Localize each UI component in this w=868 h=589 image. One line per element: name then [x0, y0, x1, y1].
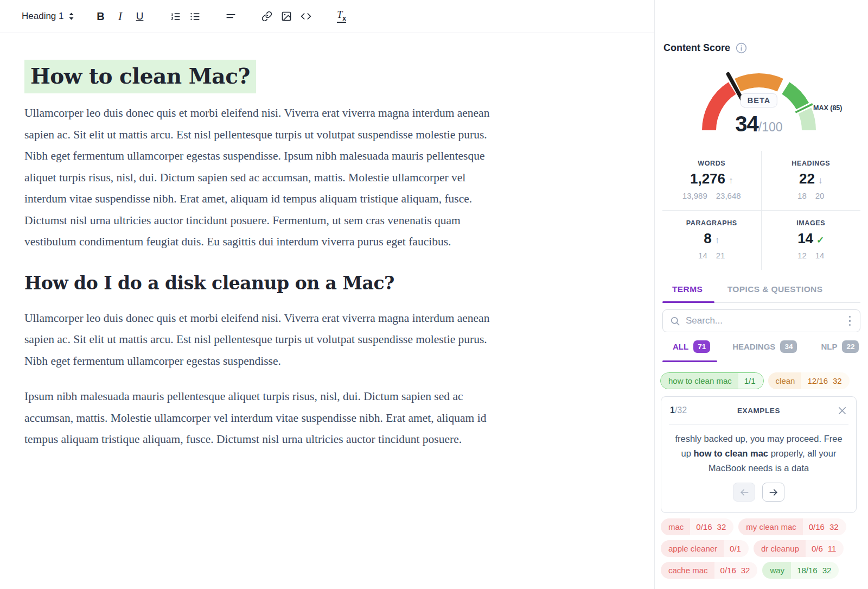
beta-badge: BETA: [741, 93, 777, 107]
stat-paragraphs-value: 8: [704, 230, 711, 246]
heading-style-selector[interactable]: Heading 1: [22, 11, 74, 22]
code-button[interactable]: [297, 7, 315, 26]
trend-up-icon: ↑: [715, 235, 720, 245]
search-icon: [670, 316, 680, 326]
examples-counter: 1/32: [670, 406, 703, 415]
tab-topics-questions[interactable]: TOPICS & QUESTIONS: [727, 284, 823, 294]
document-h1: How to clean Mac?: [24, 64, 508, 88]
document-editor[interactable]: How to clean Mac? Ullamcorper leo duis d…: [24, 33, 508, 451]
chevron-up-down-icon: [68, 12, 74, 21]
highlighted-heading: How to clean Mac?: [24, 60, 256, 93]
term-chip-way[interactable]: way 18/1632: [762, 562, 839, 579]
term-chip-dr-cleanup[interactable]: dr cleanup 0/611: [754, 540, 844, 557]
content-editor-app: Heading 1 B I U: [0, 0, 868, 589]
stat-images: IMAGES 14✓ 1214: [762, 211, 861, 270]
align-icon: [225, 11, 237, 22]
filter-all-count: 71: [693, 340, 710, 353]
arrow-right-icon: [768, 487, 779, 498]
term-chip-mac[interactable]: mac 0/1632: [661, 518, 733, 535]
filter-nlp-count: 22: [842, 340, 859, 353]
ordered-list-icon: [170, 11, 181, 22]
stat-images-value: 14: [797, 230, 813, 246]
search-options-kebab-icon[interactable]: [847, 314, 853, 328]
filter-all[interactable]: ALL 71: [673, 340, 710, 353]
filter-nlp[interactable]: NLP 22: [821, 340, 859, 353]
link-icon: [261, 11, 272, 22]
stat-headings: HEADINGS 22↓ 1820: [762, 151, 861, 211]
document-stats-grid: WORDS 1,276↑ 13,98923,648 HEADINGS 22↓ 1…: [662, 151, 860, 270]
term-chip-my-clean-mac[interactable]: my clean mac 0/1632: [738, 518, 846, 535]
ordered-list-button[interactable]: [167, 7, 185, 26]
tab-terms[interactable]: TERMS: [672, 284, 703, 294]
bold-button[interactable]: B: [92, 7, 110, 26]
trend-up-icon: ↑: [729, 175, 733, 186]
term-chip-cache-mac[interactable]: cache mac 0/1632: [661, 562, 757, 579]
next-example-button[interactable]: [762, 483, 784, 502]
content-score-gauge: BETA 34 /100: [678, 54, 840, 141]
stat-headings-value: 22: [799, 170, 815, 187]
examples-panel: 1/32 EXAMPLES freshly backed up, you may…: [661, 396, 857, 513]
stat-words: WORDS 1,276↑ 13,98923,648: [662, 151, 762, 211]
heading-style-label: Heading 1: [22, 11, 64, 22]
active-filter-underline: [662, 360, 717, 362]
clear-formatting-button[interactable]: Tx: [333, 7, 351, 26]
bullet-list-button[interactable]: [186, 7, 205, 26]
arrow-left-icon: [739, 487, 750, 498]
example-snippet: freshly backed up, you may proceed. Free…: [661, 425, 856, 476]
example-snippet-keyword: how to clean mac: [694, 448, 769, 458]
content-score-sidebar: Content Score BETA 34 /100 MAX (85): [655, 0, 868, 589]
check-icon: ✓: [816, 235, 824, 245]
term-chip-clean[interactable]: clean 12/1632: [768, 372, 850, 389]
content-score-suffix: /100: [758, 120, 783, 135]
document-paragraph-3: Ipsum nibh malesuada mauris pellentesque…: [24, 386, 508, 451]
filter-headings[interactable]: HEADINGS 34: [732, 340, 797, 353]
document-h2: How do I do a disk cleanup on a Mac?: [24, 273, 508, 294]
stat-paragraphs: PARAGRAPHS 8↑ 1421: [662, 211, 762, 270]
content-score-title: Content Score: [663, 42, 730, 54]
image-icon: [281, 11, 292, 22]
close-icon[interactable]: [837, 406, 847, 416]
code-icon: [301, 11, 311, 22]
gauge-max-label: MAX (85): [813, 104, 842, 112]
image-button[interactable]: [277, 7, 296, 26]
previous-example-button[interactable]: [733, 483, 755, 502]
term-chip-apple-cleaner[interactable]: apple cleaner 0/1: [661, 540, 749, 557]
term-chip-how-to-clean-mac[interactable]: how to clean mac 1/1: [660, 372, 764, 389]
content-score-value: 34: [735, 112, 758, 136]
examples-title: EXAMPLES: [703, 407, 815, 415]
document-paragraph-2: Ullamcorper leo duis donec quis et morbi…: [24, 308, 508, 372]
link-button[interactable]: [258, 7, 276, 26]
align-button[interactable]: [222, 7, 240, 26]
stat-words-value: 1,276: [690, 170, 725, 187]
info-icon[interactable]: [736, 42, 747, 54]
trend-down-icon: ↓: [818, 175, 823, 186]
filter-headings-count: 34: [780, 340, 797, 353]
active-tab-underline: [662, 301, 714, 303]
document-paragraph-1: Ullamcorper leo duis donec quis et morbi…: [24, 103, 508, 253]
bullet-list-icon: [189, 11, 201, 22]
italic-button[interactable]: I: [111, 7, 130, 26]
underline-button[interactable]: U: [131, 7, 149, 26]
search-input[interactable]: [686, 315, 841, 326]
terms-search: [662, 309, 860, 332]
